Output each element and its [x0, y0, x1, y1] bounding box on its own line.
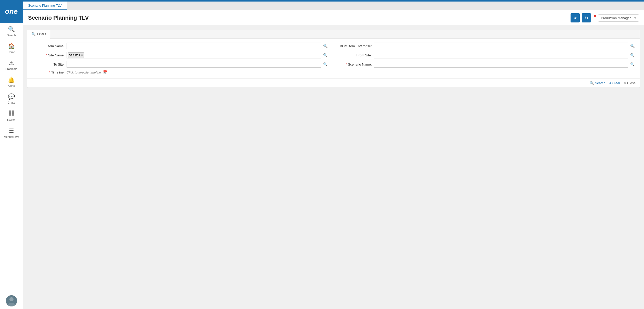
chat-icon: 💬	[8, 93, 15, 100]
refresh-button[interactable]: ↻	[582, 13, 591, 22]
filter-row-scenario-name: * Scenario Name: 🔍	[339, 61, 636, 68]
dropdown-arrow-icon: ▾	[634, 16, 636, 20]
site-name-label: * Site Name:	[31, 53, 65, 57]
refresh-icon: ↻	[585, 16, 588, 20]
svg-point-5	[9, 297, 14, 301]
to-site-search-button[interactable]: 🔍	[322, 62, 329, 67]
calendar-icon[interactable]: 📅	[103, 70, 107, 74]
logo-text: one	[5, 7, 18, 16]
warning-icon: ⚠	[9, 60, 14, 66]
filter-tab-filters[interactable]: 🔍 Filters	[27, 30, 50, 39]
filter-tab-search-icon: 🔍	[31, 32, 35, 36]
user-avatar[interactable]	[6, 295, 17, 306]
bom-enterprise-input-wrap: 🔍	[374, 43, 636, 49]
required-star: *	[46, 53, 48, 57]
search-icon: 🔍	[8, 26, 15, 33]
bom-enterprise-input[interactable]	[374, 43, 628, 49]
close-action-button[interactable]: ✕ Close	[623, 81, 636, 85]
menu-list-button[interactable]: ≡	[593, 15, 596, 21]
switch-icon	[9, 110, 14, 117]
filter-row-item-name: Item Name: 🔍	[31, 43, 329, 49]
timeline-placeholder[interactable]: Click to specify timeline	[67, 70, 101, 74]
close-action-label: Close	[627, 81, 636, 85]
sidebar-item-label: Problems	[5, 67, 17, 70]
sidebar-item-chats[interactable]: 💬 Chats	[0, 90, 23, 107]
item-name-search-button[interactable]: 🔍	[322, 43, 329, 48]
scenario-name-input-wrap: 🔍	[374, 61, 636, 68]
required-star-timeline: *	[49, 70, 51, 74]
user-dropdown[interactable]: Production Manager ▾	[598, 14, 639, 22]
scenario-name-search-button[interactable]: 🔍	[629, 62, 636, 67]
sidebar-item-switch[interactable]: Switch	[0, 107, 23, 125]
item-name-label: Item Name:	[31, 44, 65, 48]
to-site-label: To Site:	[31, 63, 65, 66]
from-site-search-button[interactable]: 🔍	[629, 53, 636, 58]
bom-enterprise-search-button[interactable]: 🔍	[629, 43, 636, 48]
filter-grid: Item Name: 🔍 BOM Item Enterprise: 🔍	[31, 43, 636, 68]
svg-rect-3	[12, 113, 14, 116]
notification-dot	[594, 15, 597, 18]
filter-row-to-site: To Site: 🔍	[31, 61, 329, 68]
sidebar-item-label: Chats	[8, 101, 15, 104]
tag-close-button[interactable]: ×	[81, 54, 83, 57]
tab-label: Scenario Planning TLV	[28, 4, 62, 7]
star-icon: ★	[573, 16, 577, 20]
to-site-input-wrap: 🔍	[67, 61, 329, 68]
favorite-button[interactable]: ★	[571, 13, 580, 22]
sidebar-item-menus-favs[interactable]: ☰ Menus/Favs	[0, 125, 23, 141]
page-header: Scenario Planning TLV ★ ↻ ≡ Production M…	[23, 10, 644, 26]
tag-value: VSSite1	[69, 53, 80, 57]
sidebar-item-alerts[interactable]: 🔔 Alerts	[0, 73, 23, 90]
filter-row-from-site: From Site: 🔍	[339, 52, 636, 58]
filter-row-bom-enterprise: BOM Item Enterprise: 🔍	[339, 43, 636, 49]
sidebar-item-label: Home	[8, 51, 15, 54]
page-title: Scenario Planning TLV	[28, 15, 568, 21]
site-name-input-wrap: VSSite1 × 🔍	[67, 52, 329, 58]
sidebar-item-label: Search	[7, 34, 16, 37]
clear-action-button[interactable]: ↺ Clear	[609, 81, 620, 85]
sidebar-bottom	[0, 295, 23, 309]
user-name-label: Production Manager	[601, 16, 631, 20]
filter-actions: 🔍 Search ↺ Clear ✕ Close	[27, 78, 640, 88]
sidebar-item-home[interactable]: 🏠 Home	[0, 40, 23, 57]
sidebar-item-label: Menus/Favs	[4, 135, 19, 138]
sidebar-item-label: Alerts	[8, 84, 15, 87]
site-name-search-button[interactable]: 🔍	[322, 53, 329, 58]
filter-tab-label: Filters	[37, 32, 46, 36]
search-action-button[interactable]: 🔍 Search	[590, 81, 605, 85]
tab-bar: Scenario Planning TLV	[23, 2, 644, 10]
from-site-label: From Site:	[339, 53, 372, 57]
app-logo[interactable]: one	[0, 0, 23, 23]
sidebar-item-problems[interactable]: ⚠ Problems	[0, 57, 23, 73]
tab-scenario-planning[interactable]: Scenario Planning TLV	[23, 2, 67, 10]
close-action-icon: ✕	[623, 81, 626, 85]
svg-rect-0	[9, 110, 11, 113]
from-site-input[interactable]	[374, 52, 628, 58]
filter-row-timeline: * Timeline: Click to specify timeline 📅	[31, 70, 636, 74]
main-content: Scenario Planning TLV Scenario Planning …	[23, 0, 644, 309]
scenario-name-label: * Scenario Name:	[339, 63, 372, 66]
clear-action-label: Clear	[612, 81, 620, 85]
search-action-icon: 🔍	[590, 81, 594, 85]
bell-icon: 🔔	[8, 77, 15, 83]
site-name-tag: VSSite1 ×	[68, 52, 84, 58]
content-area: 🔍 Filters Item Name: 🔍	[23, 26, 644, 309]
filter-panel: 🔍 Filters Item Name: 🔍	[27, 30, 640, 88]
filter-body: Item Name: 🔍 BOM Item Enterprise: 🔍	[27, 39, 640, 78]
sidebar-item-label: Switch	[7, 118, 15, 121]
clear-action-icon: ↺	[609, 81, 611, 85]
header-actions: ★ ↻ ≡ Production Manager ▾	[571, 13, 639, 22]
svg-rect-1	[12, 110, 14, 113]
svg-rect-2	[9, 113, 11, 116]
filter-row-site-name: * Site Name: VSSite1 × 🔍	[31, 52, 329, 58]
menu-icon: ☰	[9, 128, 14, 134]
sidebar-item-search[interactable]: 🔍 Search	[0, 23, 23, 40]
item-name-input[interactable]	[67, 43, 321, 49]
scenario-name-input[interactable]	[374, 61, 628, 68]
required-star-scenario: *	[346, 63, 348, 66]
timeline-label: * Timeline:	[31, 70, 65, 74]
to-site-input[interactable]	[67, 61, 321, 68]
from-site-input-wrap: 🔍	[374, 52, 636, 58]
filter-tabs: 🔍 Filters	[27, 30, 640, 39]
sidebar: one 🔍 Search 🏠 Home ⚠ Problems 🔔 Alerts …	[0, 0, 23, 309]
